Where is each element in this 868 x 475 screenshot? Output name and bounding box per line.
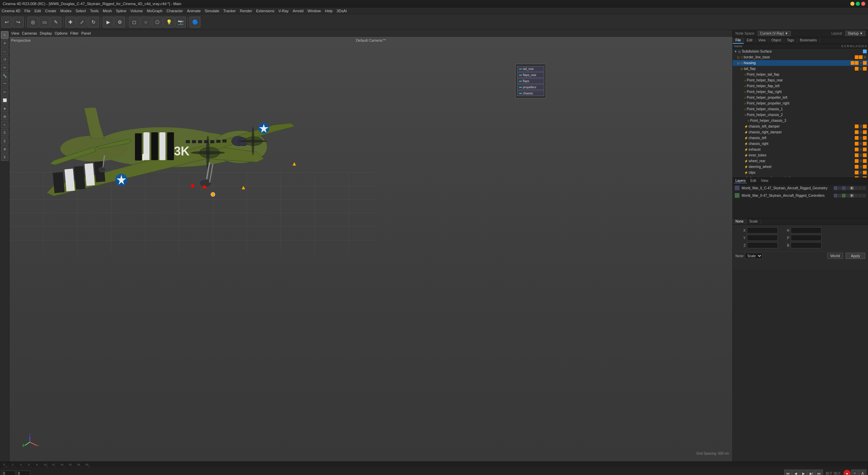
sidebar-subdivide[interactable]: ⊞ <box>1 113 8 120</box>
sidebar-scale[interactable]: ↔ <box>1 48 8 55</box>
rig-propellers[interactable]: propellers <box>517 84 544 90</box>
menu-spline[interactable]: Spline <box>116 9 126 13</box>
menu-extensions[interactable]: Extensions <box>256 9 275 13</box>
undo-button[interactable]: ↩ <box>1 17 12 27</box>
tree-item-tail-flap[interactable]: ▷tail_flap ✕ <box>733 66 868 72</box>
tab-file[interactable]: File <box>733 37 744 44</box>
menu-file[interactable]: File <box>24 9 31 13</box>
x-input[interactable] <box>747 227 778 233</box>
start-frame-input[interactable] <box>2 471 15 475</box>
tree-item-chassis-left-damper[interactable]: ⚡chassis_left_damper ✕ <box>733 124 868 129</box>
layer-item-geometry[interactable]: World_War_II_C-47_Skytrain_Aircraft_Rigg… <box>733 184 868 192</box>
node-space-current[interactable]: Current (V-Ray) ▼ <box>758 31 791 36</box>
tree-item-point-helper-chassis-2[interactable]: ○Point_helper_chassis_2 <box>733 112 868 118</box>
apply-button[interactable]: Apply <box>846 253 865 259</box>
menu-simulate[interactable]: Simulate <box>205 9 219 13</box>
tree-item-wheel-rear[interactable]: ⚡wheel_rear ✕ <box>733 158 868 164</box>
tree-item-point-helper-propeller-left[interactable]: ○Point_helper_propeller_left <box>733 95 868 100</box>
redo-button[interactable]: ↪ <box>13 17 24 27</box>
key-button[interactable]: ⌗ <box>851 470 859 475</box>
menu-create[interactable]: Create <box>45 9 56 13</box>
world-label[interactable]: World <box>827 253 843 259</box>
sidebar-xpresso[interactable]: X <box>1 153 8 161</box>
sidebar-rotate[interactable]: ↺ <box>1 56 8 63</box>
menu-mograph[interactable]: MoGraph <box>147 9 162 13</box>
rig-flaps-rear[interactable]: flaps_rear <box>517 72 544 78</box>
maximize-button[interactable] <box>856 2 860 6</box>
scale-button[interactable]: ⤢ <box>77 17 87 27</box>
menu-edit[interactable]: Edit <box>35 9 41 13</box>
tree-item-inner-tubes[interactable]: ⚡inner_tubes ✕ <box>733 152 868 158</box>
p-input[interactable] <box>791 235 822 241</box>
tree-item-chassis-left[interactable]: ⚡chassis_left ✕ <box>733 135 868 141</box>
tab-edit[interactable]: Edit <box>744 37 755 44</box>
tree-item-point-helper-propeller-right[interactable]: ○Point_helper_propeller_right <box>733 100 868 106</box>
sidebar-extrude[interactable]: ⬜ <box>1 96 8 104</box>
z-input[interactable] <box>747 242 778 248</box>
viewport-options-menu[interactable]: Options <box>55 31 67 35</box>
layers-tab[interactable]: Layers <box>734 178 747 183</box>
sidebar-paint[interactable]: ✏ <box>1 64 8 71</box>
sidebar-boole[interactable]: ⊕ <box>1 145 8 153</box>
layers-view-tab[interactable]: View <box>760 178 770 183</box>
viewport-filter-menu[interactable]: Filter <box>70 31 78 35</box>
menu-vray[interactable]: V-Ray <box>278 9 289 13</box>
rotate-button[interactable]: ↻ <box>88 17 99 27</box>
render-button[interactable]: ▶ <box>103 17 114 27</box>
tree-item-border-line-base[interactable]: ▷ □ border_line_base ✕ <box>733 54 868 60</box>
tab-view[interactable]: View <box>755 37 769 44</box>
tree-item-clips[interactable]: ⚡clips ✕ <box>733 170 868 175</box>
menu-render[interactable]: Render <box>240 9 252 13</box>
menu-modes[interactable]: Modes <box>60 9 72 13</box>
tab-bookmarks[interactable]: Bookmarks <box>797 37 820 44</box>
lasso-button[interactable]: ✎ <box>51 17 61 27</box>
render-settings-button[interactable]: ⚙ <box>114 17 125 27</box>
menu-3dsai[interactable]: 3DsAI <box>337 9 347 13</box>
object-tree[interactable]: ▼ ◎ Subdivision Surface ▷ □ border_line_… <box>733 49 868 177</box>
sidebar-s2[interactable]: § <box>1 137 8 145</box>
sidebar-knife[interactable]: ✂ <box>1 88 8 96</box>
b-input[interactable] <box>791 242 822 248</box>
tree-item-point-helper-chassis-3[interactable]: ○Point_helper_chassis_3 <box>733 118 868 124</box>
sidebar-smooth[interactable]: ≈ <box>1 121 8 128</box>
menu-character[interactable]: Character <box>166 9 183 13</box>
menu-tools[interactable]: Tools <box>90 9 99 13</box>
auto-key-button[interactable]: A <box>859 470 866 475</box>
tree-item-point-helper-tail-flap[interactable]: ○Point_helper_tail_flap <box>733 72 868 77</box>
props-tab-scale[interactable]: Scale <box>747 218 761 224</box>
sidebar-bend[interactable]: 〜 <box>1 80 8 88</box>
menu-tracker[interactable]: Tracker <box>223 9 236 13</box>
tab-tags[interactable]: Tags <box>784 37 797 44</box>
menu-help[interactable]: Help <box>325 9 333 13</box>
layout-current[interactable]: Startup ▼ <box>845 31 865 36</box>
play-button[interactable]: ▶ <box>800 470 807 475</box>
menu-cinema4d[interactable]: Cinema 4D <box>2 9 20 13</box>
menu-arnold[interactable]: Arnold <box>293 9 303 13</box>
viewport-view-menu[interactable]: View <box>11 31 19 35</box>
minimize-button[interactable] <box>850 2 854 6</box>
material-button[interactable]: 🔵 <box>190 17 200 27</box>
coord-mode-select[interactable]: Scale <box>745 253 763 259</box>
go-to-end-button[interactable]: ⏭ <box>815 470 823 475</box>
cylinder-button[interactable]: ⬡ <box>152 17 163 27</box>
rig-tail-rear[interactable]: tail_rear <box>517 66 544 72</box>
tree-item-steering-wheel[interactable]: ⚡steering_wheel ✕ <box>733 164 868 170</box>
cube-button[interactable]: ◻ <box>129 17 140 27</box>
menu-mesh[interactable]: Mesh <box>103 9 112 13</box>
sphere-button[interactable]: ○ <box>140 17 151 27</box>
live-selection-button[interactable]: ◎ <box>27 17 38 27</box>
sidebar-magnet[interactable]: 🔧 <box>1 72 8 79</box>
tab-object[interactable]: Object <box>769 37 784 44</box>
sidebar-select[interactable]: ↖ <box>1 31 8 39</box>
tree-item-point-helper-chassis-1[interactable]: ○Point_helper_chassis_1 <box>733 106 868 112</box>
tree-item-subdivision[interactable]: ▼ ◎ Subdivision Surface <box>733 49 868 54</box>
light-button[interactable]: 💡 <box>163 17 174 27</box>
tree-item-point-helper-flap-right[interactable]: ○Point_helper_flap_right <box>733 89 868 95</box>
rig-chassis[interactable]: chassis <box>517 91 544 96</box>
record-button[interactable]: ● <box>843 470 851 475</box>
h-input[interactable] <box>791 227 822 233</box>
camera-button[interactable]: 📷 <box>175 17 186 27</box>
go-to-start-button[interactable]: ⏮ <box>784 470 792 475</box>
prev-frame-button[interactable]: ◀ <box>792 470 800 475</box>
close-button[interactable] <box>861 2 865 6</box>
